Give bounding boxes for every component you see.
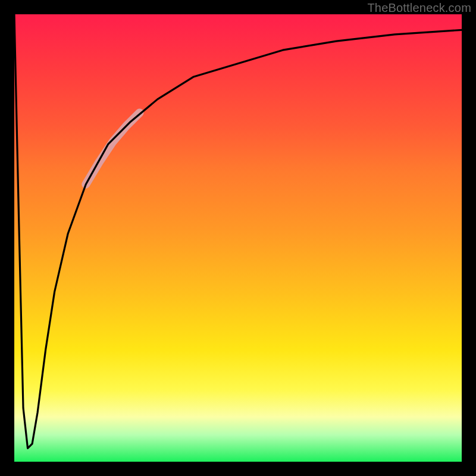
bottleneck-curve-path	[14, 14, 462, 448]
highlight-segment-path	[86, 112, 139, 184]
watermark-text: TheBottleneck.com	[367, 1, 471, 15]
chart-plot-area	[14, 14, 462, 462]
chart-frame: TheBottleneck.com	[0, 0, 476, 476]
